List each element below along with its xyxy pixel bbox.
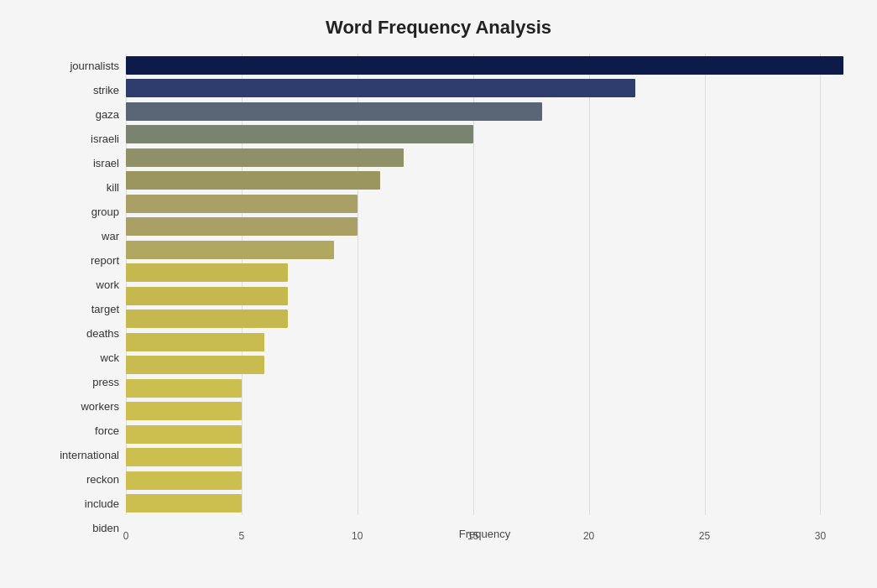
y-label: work <box>34 273 119 297</box>
bar <box>126 356 264 374</box>
bar <box>126 241 334 259</box>
y-label: group <box>34 200 119 224</box>
y-labels: journalistsstrikegazaisraeliisraelkillgr… <box>34 54 126 540</box>
bar-row <box>126 492 843 516</box>
bar-row <box>126 123 843 147</box>
x-axis-label: Frequency <box>459 528 510 540</box>
bar <box>126 148 404 167</box>
bar-row <box>126 100 843 123</box>
bar <box>126 471 242 490</box>
x-tick: 10 <box>352 530 363 542</box>
bar-row <box>126 284 843 308</box>
y-label: reckon <box>34 467 119 492</box>
bar-row <box>126 354 843 377</box>
y-label: press <box>34 370 119 394</box>
bar <box>126 195 358 213</box>
bar <box>126 333 264 351</box>
bar <box>126 402 242 420</box>
bar <box>126 217 358 236</box>
x-axis: 051015202530 Frequency <box>126 515 843 540</box>
chart-title: Word Frequency Analysis <box>34 17 843 39</box>
bar <box>126 287 288 305</box>
y-label: israel <box>34 151 119 175</box>
bar <box>126 79 635 97</box>
y-label: wck <box>34 346 119 370</box>
chart-container: Word Frequency Analysis journalistsstrik… <box>0 0 877 588</box>
bar-row <box>126 330 843 354</box>
bar <box>126 125 473 143</box>
bar-row <box>126 423 843 446</box>
bar-row <box>126 262 843 285</box>
y-label: deaths <box>34 321 119 346</box>
y-label: workers <box>34 394 119 419</box>
bar <box>126 310 288 328</box>
bar-row <box>126 54 843 77</box>
y-label: report <box>34 248 119 273</box>
bars-inner <box>126 54 843 515</box>
bar-row <box>126 146 843 169</box>
x-tick: 0 <box>123 530 129 542</box>
x-tick: 20 <box>583 530 594 542</box>
x-tick: 30 <box>815 530 826 542</box>
bar <box>126 263 288 282</box>
bar <box>126 448 242 466</box>
y-label: include <box>34 492 119 516</box>
bar-row <box>126 238 843 262</box>
bar-row <box>126 446 843 470</box>
bar-row <box>126 192 843 216</box>
bar-row <box>126 216 843 239</box>
y-label: strike <box>34 78 119 102</box>
bars-area: 051015202530 Frequency <box>126 54 843 540</box>
bar-row <box>126 77 843 101</box>
bar <box>126 102 542 121</box>
y-label: journalists <box>34 54 119 78</box>
y-label: target <box>34 297 119 321</box>
x-tick: 5 <box>239 530 245 542</box>
chart-area: journalistsstrikegazaisraeliisraelkillgr… <box>34 54 843 540</box>
y-label: war <box>34 224 119 248</box>
y-label: kill <box>34 175 119 200</box>
y-label: biden <box>34 516 119 540</box>
y-label: force <box>34 419 119 443</box>
bar <box>126 56 843 75</box>
bar-row <box>126 400 843 424</box>
y-label: gaza <box>34 102 119 127</box>
bar <box>126 379 242 398</box>
y-label: israeli <box>34 127 119 151</box>
x-tick: 25 <box>699 530 710 542</box>
bar <box>126 171 380 190</box>
y-label: international <box>34 443 119 467</box>
bar <box>126 494 242 513</box>
bar-row <box>126 169 843 193</box>
bar-row <box>126 469 843 492</box>
bar-row <box>126 377 843 400</box>
bar-row <box>126 308 843 331</box>
bar <box>126 425 242 444</box>
